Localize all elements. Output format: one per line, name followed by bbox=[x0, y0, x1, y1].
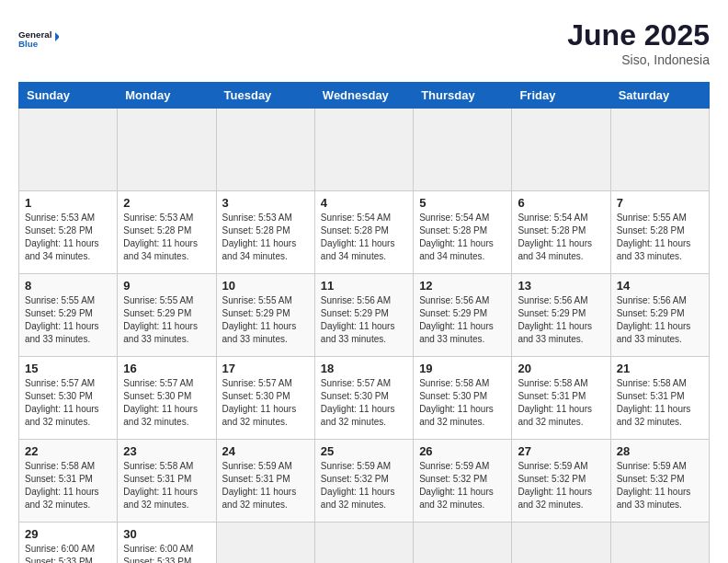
day-info: Sunrise: 5:57 AM Sunset: 5:30 PM Dayligh… bbox=[321, 377, 407, 429]
calendar-cell: 15 Sunrise: 5:57 AM Sunset: 5:30 PM Dayl… bbox=[19, 357, 118, 440]
day-info: Sunrise: 6:00 AM Sunset: 5:33 PM Dayligh… bbox=[123, 543, 210, 563]
day-number: 30 bbox=[123, 527, 210, 541]
calendar-cell bbox=[414, 523, 512, 564]
logo: General Blue bbox=[18, 18, 59, 59]
calendar-cell: 12 Sunrise: 5:56 AM Sunset: 5:29 PM Dayl… bbox=[414, 274, 512, 357]
calendar-cell bbox=[216, 109, 314, 191]
day-number: 12 bbox=[419, 279, 506, 293]
calendar-cell: 10 Sunrise: 5:55 AM Sunset: 5:29 PM Dayl… bbox=[216, 274, 314, 357]
calendar-cell: 1 Sunrise: 5:53 AM Sunset: 5:28 PM Dayli… bbox=[19, 191, 118, 274]
day-number: 5 bbox=[419, 196, 506, 210]
calendar-cell: 23 Sunrise: 5:58 AM Sunset: 5:31 PM Dayl… bbox=[118, 440, 216, 523]
calendar-cell: 17 Sunrise: 5:57 AM Sunset: 5:30 PM Dayl… bbox=[216, 357, 314, 440]
day-info: Sunrise: 5:53 AM Sunset: 5:28 PM Dayligh… bbox=[25, 212, 111, 263]
day-number: 17 bbox=[222, 362, 309, 375]
day-number: 25 bbox=[321, 444, 407, 458]
day-number: 7 bbox=[617, 196, 703, 210]
calendar-cell: 2 Sunrise: 5:53 AM Sunset: 5:28 PM Dayli… bbox=[118, 191, 216, 274]
day-number: 6 bbox=[518, 196, 604, 210]
calendar-cell bbox=[314, 109, 413, 191]
day-number: 18 bbox=[321, 362, 407, 375]
day-info: Sunrise: 5:59 AM Sunset: 5:31 PM Dayligh… bbox=[222, 460, 309, 511]
day-number: 16 bbox=[123, 362, 210, 375]
day-number: 4 bbox=[321, 196, 407, 210]
day-number: 28 bbox=[617, 444, 703, 458]
calendar-cell bbox=[118, 109, 216, 191]
calendar-body: 1 Sunrise: 5:53 AM Sunset: 5:28 PM Dayli… bbox=[19, 109, 710, 564]
calendar-cell: 5 Sunrise: 5:54 AM Sunset: 5:28 PM Dayli… bbox=[414, 191, 512, 274]
day-number: 26 bbox=[419, 444, 506, 458]
calendar-cell: 30 Sunrise: 6:00 AM Sunset: 5:33 PM Dayl… bbox=[118, 523, 216, 564]
day-number: 3 bbox=[222, 196, 309, 210]
day-info: Sunrise: 5:58 AM Sunset: 5:31 PM Dayligh… bbox=[25, 460, 111, 511]
day-number: 21 bbox=[617, 362, 703, 375]
day-info: Sunrise: 5:53 AM Sunset: 5:28 PM Dayligh… bbox=[222, 212, 309, 263]
day-info: Sunrise: 5:56 AM Sunset: 5:29 PM Dayligh… bbox=[321, 294, 407, 346]
calendar-cell: 18 Sunrise: 5:57 AM Sunset: 5:30 PM Dayl… bbox=[314, 357, 413, 440]
calendar-cell: 22 Sunrise: 5:58 AM Sunset: 5:31 PM Dayl… bbox=[19, 440, 118, 523]
calendar-cell bbox=[610, 523, 709, 564]
day-number: 20 bbox=[518, 362, 604, 375]
day-info: Sunrise: 5:59 AM Sunset: 5:32 PM Dayligh… bbox=[321, 460, 407, 511]
month-year-title: June 2025 bbox=[567, 18, 710, 52]
calendar-cell: 3 Sunrise: 5:53 AM Sunset: 5:28 PM Dayli… bbox=[216, 191, 314, 274]
svg-marker-2 bbox=[55, 32, 59, 41]
calendar-week-row: 1 Sunrise: 5:53 AM Sunset: 5:28 PM Dayli… bbox=[19, 191, 710, 274]
calendar-cell bbox=[414, 109, 512, 191]
calendar-cell: 11 Sunrise: 5:56 AM Sunset: 5:29 PM Dayl… bbox=[314, 274, 413, 357]
calendar-cell: 26 Sunrise: 5:59 AM Sunset: 5:32 PM Dayl… bbox=[414, 440, 512, 523]
day-info: Sunrise: 5:55 AM Sunset: 5:29 PM Dayligh… bbox=[222, 294, 309, 346]
day-number: 8 bbox=[25, 279, 111, 293]
calendar-week-row: 29 Sunrise: 6:00 AM Sunset: 5:33 PM Dayl… bbox=[19, 523, 710, 564]
calendar-cell bbox=[512, 109, 610, 191]
day-info: Sunrise: 5:56 AM Sunset: 5:29 PM Dayligh… bbox=[518, 294, 604, 346]
day-number: 11 bbox=[321, 279, 407, 293]
calendar-cell: 6 Sunrise: 5:54 AM Sunset: 5:28 PM Dayli… bbox=[512, 191, 610, 274]
calendar-cell: 28 Sunrise: 5:59 AM Sunset: 5:32 PM Dayl… bbox=[610, 440, 709, 523]
title-block: June 2025 Siso, Indonesia bbox=[567, 18, 710, 67]
day-info: Sunrise: 6:00 AM Sunset: 5:33 PM Dayligh… bbox=[25, 543, 111, 563]
calendar-cell bbox=[610, 109, 709, 191]
calendar-cell: 25 Sunrise: 5:59 AM Sunset: 5:32 PM Dayl… bbox=[314, 440, 413, 523]
day-info: Sunrise: 5:58 AM Sunset: 5:31 PM Dayligh… bbox=[617, 377, 703, 429]
calendar-cell bbox=[216, 523, 314, 564]
day-info: Sunrise: 5:54 AM Sunset: 5:28 PM Dayligh… bbox=[321, 212, 407, 263]
day-info: Sunrise: 5:57 AM Sunset: 5:30 PM Dayligh… bbox=[222, 377, 309, 429]
calendar-cell: 8 Sunrise: 5:55 AM Sunset: 5:29 PM Dayli… bbox=[19, 274, 118, 357]
day-number: 1 bbox=[25, 196, 111, 210]
header-row: Sunday Monday Tuesday Wednesday Thursday… bbox=[19, 83, 710, 109]
calendar-cell: 4 Sunrise: 5:54 AM Sunset: 5:28 PM Dayli… bbox=[314, 191, 413, 274]
calendar-week-row: 22 Sunrise: 5:58 AM Sunset: 5:31 PM Dayl… bbox=[19, 440, 710, 523]
calendar-cell: 29 Sunrise: 6:00 AM Sunset: 5:33 PM Dayl… bbox=[19, 523, 118, 564]
day-number: 27 bbox=[518, 444, 604, 458]
col-saturday: Saturday bbox=[610, 83, 709, 109]
day-number: 15 bbox=[25, 362, 111, 375]
day-info: Sunrise: 5:53 AM Sunset: 5:28 PM Dayligh… bbox=[123, 212, 210, 263]
calendar-cell: 14 Sunrise: 5:56 AM Sunset: 5:29 PM Dayl… bbox=[610, 274, 709, 357]
calendar-cell: 19 Sunrise: 5:58 AM Sunset: 5:30 PM Dayl… bbox=[414, 357, 512, 440]
day-number: 22 bbox=[25, 444, 111, 458]
day-info: Sunrise: 5:59 AM Sunset: 5:32 PM Dayligh… bbox=[617, 460, 703, 511]
col-wednesday: Wednesday bbox=[314, 83, 413, 109]
svg-text:Blue: Blue bbox=[18, 39, 39, 49]
day-number: 24 bbox=[222, 444, 309, 458]
col-monday: Monday bbox=[118, 83, 216, 109]
day-number: 10 bbox=[222, 279, 309, 293]
calendar-cell: 21 Sunrise: 5:58 AM Sunset: 5:31 PM Dayl… bbox=[610, 357, 709, 440]
col-thursday: Thursday bbox=[414, 83, 512, 109]
day-number: 9 bbox=[123, 279, 210, 293]
day-info: Sunrise: 5:55 AM Sunset: 5:29 PM Dayligh… bbox=[123, 294, 210, 346]
day-info: Sunrise: 5:57 AM Sunset: 5:30 PM Dayligh… bbox=[123, 377, 210, 429]
page-header: General Blue June 2025 Siso, Indonesia bbox=[18, 18, 710, 67]
col-tuesday: Tuesday bbox=[216, 83, 314, 109]
day-number: 29 bbox=[25, 527, 111, 541]
day-info: Sunrise: 5:58 AM Sunset: 5:30 PM Dayligh… bbox=[419, 377, 506, 429]
logo-svg: General Blue bbox=[18, 18, 59, 59]
day-info: Sunrise: 5:55 AM Sunset: 5:28 PM Dayligh… bbox=[617, 212, 703, 263]
calendar-week-row: 15 Sunrise: 5:57 AM Sunset: 5:30 PM Dayl… bbox=[19, 357, 710, 440]
day-info: Sunrise: 5:54 AM Sunset: 5:28 PM Dayligh… bbox=[518, 212, 604, 263]
day-info: Sunrise: 5:55 AM Sunset: 5:29 PM Dayligh… bbox=[25, 294, 111, 346]
day-info: Sunrise: 5:56 AM Sunset: 5:29 PM Dayligh… bbox=[617, 294, 703, 346]
day-info: Sunrise: 5:59 AM Sunset: 5:32 PM Dayligh… bbox=[518, 460, 604, 511]
calendar-cell: 20 Sunrise: 5:58 AM Sunset: 5:31 PM Dayl… bbox=[512, 357, 610, 440]
